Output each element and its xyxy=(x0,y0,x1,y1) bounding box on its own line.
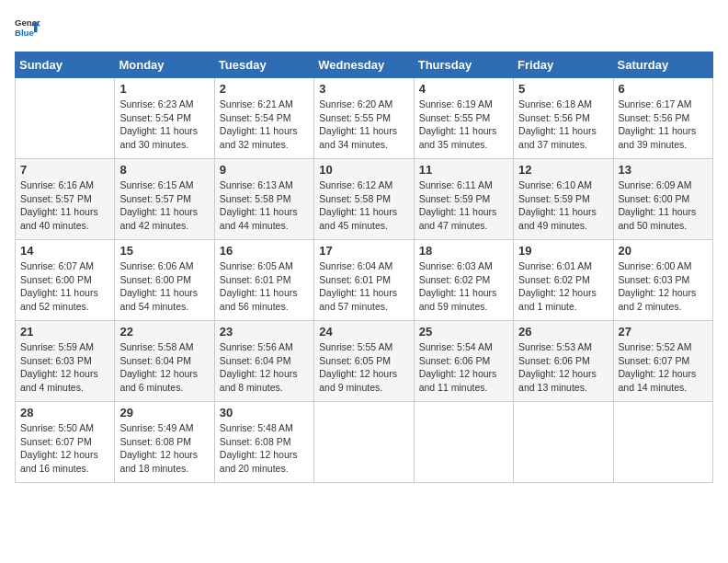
calendar-cell xyxy=(414,402,513,483)
calendar-cell: 5Sunrise: 6:18 AMSunset: 5:56 PMDaylight… xyxy=(514,78,613,159)
day-number: 9 xyxy=(220,163,309,177)
day-detail: Sunrise: 5:50 AMSunset: 6:07 PMDaylight:… xyxy=(20,421,109,476)
calendar-cell: 10Sunrise: 6:12 AMSunset: 5:58 PMDayligh… xyxy=(314,159,414,240)
calendar-cell: 12Sunrise: 6:10 AMSunset: 5:59 PMDayligh… xyxy=(514,159,613,240)
day-number: 17 xyxy=(319,244,408,258)
day-detail: Sunrise: 6:12 AMSunset: 5:58 PMDaylight:… xyxy=(319,178,408,233)
day-detail: Sunrise: 6:09 AMSunset: 6:00 PMDaylight:… xyxy=(619,178,708,233)
day-number: 22 xyxy=(119,325,209,339)
calendar-week-row: 7Sunrise: 6:16 AMSunset: 5:57 PMDaylight… xyxy=(16,159,713,240)
calendar-cell: 1Sunrise: 6:23 AMSunset: 5:54 PMDaylight… xyxy=(115,78,214,159)
day-detail: Sunrise: 6:17 AMSunset: 5:56 PMDaylight:… xyxy=(619,98,708,152)
calendar-cell xyxy=(16,78,115,159)
day-number: 14 xyxy=(20,244,109,258)
calendar-cell: 18Sunrise: 6:03 AMSunset: 6:02 PMDayligh… xyxy=(414,240,513,321)
calendar-cell: 3Sunrise: 6:20 AMSunset: 5:55 PMDaylight… xyxy=(314,78,414,159)
svg-text:Blue: Blue xyxy=(15,28,34,38)
day-number: 18 xyxy=(419,244,508,258)
day-number: 30 xyxy=(220,406,309,419)
day-number: 28 xyxy=(20,406,109,419)
day-number: 23 xyxy=(220,325,309,339)
day-number: 8 xyxy=(119,163,209,177)
calendar-cell: 21Sunrise: 5:59 AMSunset: 6:03 PMDayligh… xyxy=(16,321,115,402)
day-detail: Sunrise: 6:19 AMSunset: 5:55 PMDaylight:… xyxy=(419,98,508,152)
calendar-cell: 29Sunrise: 5:49 AMSunset: 6:08 PMDayligh… xyxy=(115,402,214,483)
calendar-table: SundayMondayTuesdayWednesdayThursdayFrid… xyxy=(15,52,713,483)
calendar-cell: 4Sunrise: 6:19 AMSunset: 5:55 PMDaylight… xyxy=(414,78,513,159)
day-number: 4 xyxy=(419,82,508,96)
calendar-cell xyxy=(613,402,712,483)
calendar-cell: 26Sunrise: 5:53 AMSunset: 6:06 PMDayligh… xyxy=(514,321,613,402)
day-number: 7 xyxy=(20,163,109,177)
calendar-cell: 14Sunrise: 6:07 AMSunset: 6:00 PMDayligh… xyxy=(16,240,115,321)
day-detail: Sunrise: 6:21 AMSunset: 5:54 PMDaylight:… xyxy=(220,98,309,152)
calendar-cell: 23Sunrise: 5:56 AMSunset: 6:04 PMDayligh… xyxy=(214,321,313,402)
day-detail: Sunrise: 5:58 AMSunset: 6:04 PMDaylight:… xyxy=(119,340,209,395)
day-number: 15 xyxy=(119,244,209,258)
weekday-header-wednesday: Wednesday xyxy=(314,52,414,78)
day-detail: Sunrise: 6:10 AMSunset: 5:59 PMDaylight:… xyxy=(518,178,608,233)
logo: General Blue xyxy=(15,15,44,40)
day-detail: Sunrise: 6:11 AMSunset: 5:59 PMDaylight:… xyxy=(419,178,508,233)
calendar-cell: 16Sunrise: 6:05 AMSunset: 6:01 PMDayligh… xyxy=(214,240,313,321)
day-detail: Sunrise: 6:06 AMSunset: 6:00 PMDaylight:… xyxy=(119,259,209,314)
calendar-cell xyxy=(314,402,414,483)
calendar-cell: 17Sunrise: 6:04 AMSunset: 6:01 PMDayligh… xyxy=(314,240,414,321)
day-detail: Sunrise: 6:23 AMSunset: 5:54 PMDaylight:… xyxy=(119,98,209,152)
day-number: 13 xyxy=(619,163,708,177)
weekday-header-friday: Friday xyxy=(514,52,613,78)
day-number: 26 xyxy=(518,325,608,339)
day-detail: Sunrise: 5:55 AMSunset: 6:05 PMDaylight:… xyxy=(319,340,408,395)
day-number: 25 xyxy=(419,325,508,339)
weekday-header-monday: Monday xyxy=(115,52,214,78)
calendar-week-row: 28Sunrise: 5:50 AMSunset: 6:07 PMDayligh… xyxy=(16,402,713,483)
day-number: 16 xyxy=(220,244,309,258)
day-number: 19 xyxy=(518,244,608,258)
calendar-cell: 7Sunrise: 6:16 AMSunset: 5:57 PMDaylight… xyxy=(16,159,115,240)
calendar-cell: 11Sunrise: 6:11 AMSunset: 5:59 PMDayligh… xyxy=(414,159,513,240)
calendar-cell: 19Sunrise: 6:01 AMSunset: 6:02 PMDayligh… xyxy=(514,240,613,321)
weekday-header-tuesday: Tuesday xyxy=(214,52,313,78)
weekday-header-thursday: Thursday xyxy=(414,52,513,78)
calendar-cell: 30Sunrise: 5:48 AMSunset: 6:08 PMDayligh… xyxy=(214,402,313,483)
calendar-cell: 25Sunrise: 5:54 AMSunset: 6:06 PMDayligh… xyxy=(414,321,513,402)
day-number: 1 xyxy=(119,82,209,96)
day-detail: Sunrise: 6:15 AMSunset: 5:57 PMDaylight:… xyxy=(119,178,209,233)
calendar-cell: 22Sunrise: 5:58 AMSunset: 6:04 PMDayligh… xyxy=(115,321,214,402)
calendar-cell: 28Sunrise: 5:50 AMSunset: 6:07 PMDayligh… xyxy=(16,402,115,483)
day-detail: Sunrise: 6:03 AMSunset: 6:02 PMDaylight:… xyxy=(419,259,508,314)
day-detail: Sunrise: 6:07 AMSunset: 6:00 PMDaylight:… xyxy=(20,259,109,314)
day-detail: Sunrise: 6:16 AMSunset: 5:57 PMDaylight:… xyxy=(20,178,109,233)
day-detail: Sunrise: 6:18 AMSunset: 5:56 PMDaylight:… xyxy=(518,98,608,152)
day-detail: Sunrise: 5:56 AMSunset: 6:04 PMDaylight:… xyxy=(220,340,309,395)
weekday-header-sunday: Sunday xyxy=(16,52,115,78)
day-detail: Sunrise: 5:49 AMSunset: 6:08 PMDaylight:… xyxy=(119,421,209,476)
day-number: 20 xyxy=(619,244,708,258)
day-number: 2 xyxy=(220,82,309,96)
logo-icon: General Blue xyxy=(15,15,40,40)
day-detail: Sunrise: 6:13 AMSunset: 5:58 PMDaylight:… xyxy=(220,178,309,233)
weekday-header-row: SundayMondayTuesdayWednesdayThursdayFrid… xyxy=(16,52,713,78)
calendar-week-row: 21Sunrise: 5:59 AMSunset: 6:03 PMDayligh… xyxy=(16,321,713,402)
day-detail: Sunrise: 6:00 AMSunset: 6:03 PMDaylight:… xyxy=(619,259,708,314)
calendar-week-row: 1Sunrise: 6:23 AMSunset: 5:54 PMDaylight… xyxy=(16,78,713,159)
day-number: 24 xyxy=(319,325,408,339)
calendar-cell: 15Sunrise: 6:06 AMSunset: 6:00 PMDayligh… xyxy=(115,240,214,321)
day-number: 3 xyxy=(319,82,408,96)
day-detail: Sunrise: 5:54 AMSunset: 6:06 PMDaylight:… xyxy=(419,340,508,395)
day-number: 11 xyxy=(419,163,508,177)
calendar-cell: 6Sunrise: 6:17 AMSunset: 5:56 PMDaylight… xyxy=(613,78,712,159)
calendar-cell xyxy=(514,402,613,483)
day-number: 21 xyxy=(20,325,109,339)
calendar-cell: 8Sunrise: 6:15 AMSunset: 5:57 PMDaylight… xyxy=(115,159,214,240)
day-number: 27 xyxy=(619,325,708,339)
day-number: 10 xyxy=(319,163,408,177)
calendar-cell: 27Sunrise: 5:52 AMSunset: 6:07 PMDayligh… xyxy=(613,321,712,402)
day-detail: Sunrise: 6:04 AMSunset: 6:01 PMDaylight:… xyxy=(319,259,408,314)
day-detail: Sunrise: 5:48 AMSunset: 6:08 PMDaylight:… xyxy=(220,421,309,476)
day-detail: Sunrise: 6:05 AMSunset: 6:01 PMDaylight:… xyxy=(220,259,309,314)
day-number: 6 xyxy=(619,82,708,96)
calendar-cell: 24Sunrise: 5:55 AMSunset: 6:05 PMDayligh… xyxy=(314,321,414,402)
day-number: 12 xyxy=(518,163,608,177)
weekday-header-saturday: Saturday xyxy=(613,52,712,78)
